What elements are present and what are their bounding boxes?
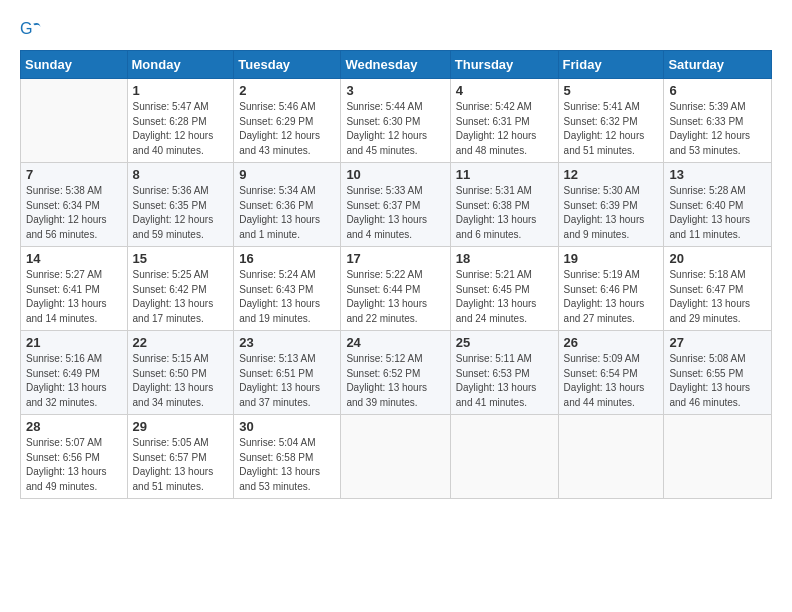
page: G SundayMondayTuesdayWednesdayThursdayFr… <box>0 0 792 612</box>
day-number: 6 <box>669 83 766 98</box>
calendar-week-row: 14Sunrise: 5:27 AMSunset: 6:41 PMDayligh… <box>21 247 772 331</box>
calendar-header-monday: Monday <box>127 51 234 79</box>
day-number: 3 <box>346 83 444 98</box>
calendar-cell: 18Sunrise: 5:21 AMSunset: 6:45 PMDayligh… <box>450 247 558 331</box>
calendar-cell <box>341 415 450 499</box>
day-info: Sunrise: 5:42 AMSunset: 6:31 PMDaylight:… <box>456 100 553 158</box>
day-number: 28 <box>26 419 122 434</box>
day-number: 1 <box>133 83 229 98</box>
day-info: Sunrise: 5:38 AMSunset: 6:34 PMDaylight:… <box>26 184 122 242</box>
day-info: Sunrise: 5:22 AMSunset: 6:44 PMDaylight:… <box>346 268 444 326</box>
calendar-cell: 6Sunrise: 5:39 AMSunset: 6:33 PMDaylight… <box>664 79 772 163</box>
header: G <box>20 18 772 40</box>
day-info: Sunrise: 5:28 AMSunset: 6:40 PMDaylight:… <box>669 184 766 242</box>
day-number: 26 <box>564 335 659 350</box>
day-info: Sunrise: 5:46 AMSunset: 6:29 PMDaylight:… <box>239 100 335 158</box>
calendar-cell: 17Sunrise: 5:22 AMSunset: 6:44 PMDayligh… <box>341 247 450 331</box>
calendar-cell: 5Sunrise: 5:41 AMSunset: 6:32 PMDaylight… <box>558 79 664 163</box>
logo: G <box>20 18 46 40</box>
day-info: Sunrise: 5:18 AMSunset: 6:47 PMDaylight:… <box>669 268 766 326</box>
day-number: 23 <box>239 335 335 350</box>
day-info: Sunrise: 5:34 AMSunset: 6:36 PMDaylight:… <box>239 184 335 242</box>
calendar-header-wednesday: Wednesday <box>341 51 450 79</box>
calendar-cell <box>21 79 128 163</box>
calendar-cell: 15Sunrise: 5:25 AMSunset: 6:42 PMDayligh… <box>127 247 234 331</box>
calendar-header-sunday: Sunday <box>21 51 128 79</box>
calendar-cell: 12Sunrise: 5:30 AMSunset: 6:39 PMDayligh… <box>558 163 664 247</box>
calendar-header-saturday: Saturday <box>664 51 772 79</box>
day-number: 17 <box>346 251 444 266</box>
day-info: Sunrise: 5:12 AMSunset: 6:52 PMDaylight:… <box>346 352 444 410</box>
day-number: 14 <box>26 251 122 266</box>
day-info: Sunrise: 5:21 AMSunset: 6:45 PMDaylight:… <box>456 268 553 326</box>
day-info: Sunrise: 5:16 AMSunset: 6:49 PMDaylight:… <box>26 352 122 410</box>
day-number: 12 <box>564 167 659 182</box>
day-info: Sunrise: 5:41 AMSunset: 6:32 PMDaylight:… <box>564 100 659 158</box>
calendar-cell: 2Sunrise: 5:46 AMSunset: 6:29 PMDaylight… <box>234 79 341 163</box>
calendar-cell <box>450 415 558 499</box>
calendar-header-tuesday: Tuesday <box>234 51 341 79</box>
day-info: Sunrise: 5:31 AMSunset: 6:38 PMDaylight:… <box>456 184 553 242</box>
calendar-header-row: SundayMondayTuesdayWednesdayThursdayFrid… <box>21 51 772 79</box>
day-number: 2 <box>239 83 335 98</box>
day-number: 4 <box>456 83 553 98</box>
calendar-week-row: 1Sunrise: 5:47 AMSunset: 6:28 PMDaylight… <box>21 79 772 163</box>
calendar-cell: 7Sunrise: 5:38 AMSunset: 6:34 PMDaylight… <box>21 163 128 247</box>
day-number: 9 <box>239 167 335 182</box>
calendar-cell: 16Sunrise: 5:24 AMSunset: 6:43 PMDayligh… <box>234 247 341 331</box>
calendar-table: SundayMondayTuesdayWednesdayThursdayFrid… <box>20 50 772 499</box>
day-number: 8 <box>133 167 229 182</box>
day-number: 29 <box>133 419 229 434</box>
day-number: 10 <box>346 167 444 182</box>
calendar-cell: 4Sunrise: 5:42 AMSunset: 6:31 PMDaylight… <box>450 79 558 163</box>
day-info: Sunrise: 5:27 AMSunset: 6:41 PMDaylight:… <box>26 268 122 326</box>
day-number: 7 <box>26 167 122 182</box>
day-info: Sunrise: 5:36 AMSunset: 6:35 PMDaylight:… <box>133 184 229 242</box>
calendar-header-thursday: Thursday <box>450 51 558 79</box>
calendar-cell: 3Sunrise: 5:44 AMSunset: 6:30 PMDaylight… <box>341 79 450 163</box>
day-number: 24 <box>346 335 444 350</box>
calendar-cell <box>664 415 772 499</box>
day-info: Sunrise: 5:05 AMSunset: 6:57 PMDaylight:… <box>133 436 229 494</box>
calendar-cell: 20Sunrise: 5:18 AMSunset: 6:47 PMDayligh… <box>664 247 772 331</box>
calendar-header-friday: Friday <box>558 51 664 79</box>
day-number: 5 <box>564 83 659 98</box>
day-info: Sunrise: 5:39 AMSunset: 6:33 PMDaylight:… <box>669 100 766 158</box>
calendar-cell: 21Sunrise: 5:16 AMSunset: 6:49 PMDayligh… <box>21 331 128 415</box>
day-info: Sunrise: 5:08 AMSunset: 6:55 PMDaylight:… <box>669 352 766 410</box>
day-info: Sunrise: 5:11 AMSunset: 6:53 PMDaylight:… <box>456 352 553 410</box>
calendar-cell: 8Sunrise: 5:36 AMSunset: 6:35 PMDaylight… <box>127 163 234 247</box>
calendar-cell: 14Sunrise: 5:27 AMSunset: 6:41 PMDayligh… <box>21 247 128 331</box>
day-info: Sunrise: 5:24 AMSunset: 6:43 PMDaylight:… <box>239 268 335 326</box>
calendar-cell: 28Sunrise: 5:07 AMSunset: 6:56 PMDayligh… <box>21 415 128 499</box>
day-number: 15 <box>133 251 229 266</box>
calendar-week-row: 28Sunrise: 5:07 AMSunset: 6:56 PMDayligh… <box>21 415 772 499</box>
day-info: Sunrise: 5:47 AMSunset: 6:28 PMDaylight:… <box>133 100 229 158</box>
svg-text:G: G <box>20 19 33 37</box>
day-number: 18 <box>456 251 553 266</box>
day-number: 25 <box>456 335 553 350</box>
day-number: 22 <box>133 335 229 350</box>
day-info: Sunrise: 5:30 AMSunset: 6:39 PMDaylight:… <box>564 184 659 242</box>
calendar-cell: 23Sunrise: 5:13 AMSunset: 6:51 PMDayligh… <box>234 331 341 415</box>
day-info: Sunrise: 5:33 AMSunset: 6:37 PMDaylight:… <box>346 184 444 242</box>
calendar-cell: 10Sunrise: 5:33 AMSunset: 6:37 PMDayligh… <box>341 163 450 247</box>
calendar-cell: 9Sunrise: 5:34 AMSunset: 6:36 PMDaylight… <box>234 163 341 247</box>
calendar-cell: 11Sunrise: 5:31 AMSunset: 6:38 PMDayligh… <box>450 163 558 247</box>
day-number: 20 <box>669 251 766 266</box>
day-number: 16 <box>239 251 335 266</box>
calendar-cell <box>558 415 664 499</box>
day-info: Sunrise: 5:09 AMSunset: 6:54 PMDaylight:… <box>564 352 659 410</box>
day-number: 19 <box>564 251 659 266</box>
day-number: 27 <box>669 335 766 350</box>
day-info: Sunrise: 5:44 AMSunset: 6:30 PMDaylight:… <box>346 100 444 158</box>
calendar-week-row: 21Sunrise: 5:16 AMSunset: 6:49 PMDayligh… <box>21 331 772 415</box>
day-info: Sunrise: 5:25 AMSunset: 6:42 PMDaylight:… <box>133 268 229 326</box>
day-number: 21 <box>26 335 122 350</box>
calendar-cell: 27Sunrise: 5:08 AMSunset: 6:55 PMDayligh… <box>664 331 772 415</box>
calendar-cell: 29Sunrise: 5:05 AMSunset: 6:57 PMDayligh… <box>127 415 234 499</box>
calendar-cell: 30Sunrise: 5:04 AMSunset: 6:58 PMDayligh… <box>234 415 341 499</box>
calendar-cell: 19Sunrise: 5:19 AMSunset: 6:46 PMDayligh… <box>558 247 664 331</box>
calendar-cell: 26Sunrise: 5:09 AMSunset: 6:54 PMDayligh… <box>558 331 664 415</box>
calendar-cell: 22Sunrise: 5:15 AMSunset: 6:50 PMDayligh… <box>127 331 234 415</box>
